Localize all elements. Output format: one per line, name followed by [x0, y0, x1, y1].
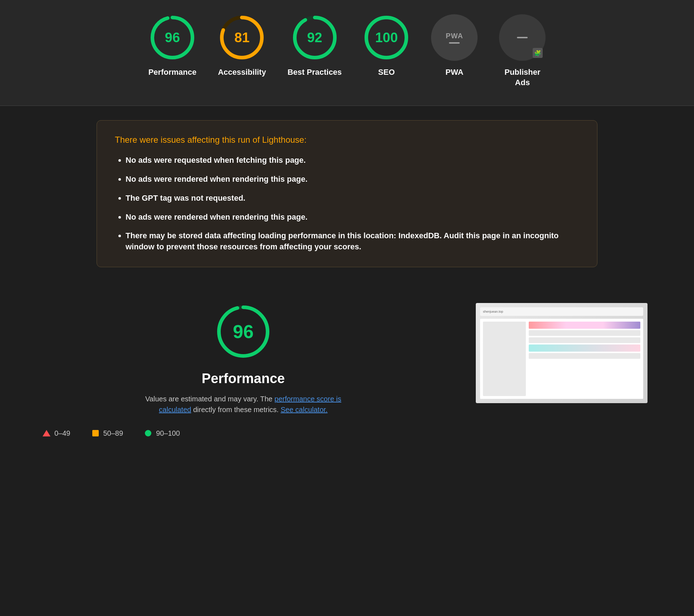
publisher-dash-icon	[517, 37, 528, 38]
performance-screenshot: shenjuean.top	[472, 303, 651, 403]
screenshot-left-col	[483, 322, 526, 396]
screenshot-block-1	[529, 322, 640, 329]
score-label-pwa: PWA	[445, 67, 463, 78]
issues-title: There were issues affecting this run of …	[115, 135, 579, 145]
screenshot-header: shenjuean.top	[480, 307, 643, 316]
score-circle-accessibility: 81	[219, 14, 265, 61]
issue-item-2: No ads were rendered when rendering this…	[126, 174, 579, 185]
legend-circle-icon	[145, 430, 152, 437]
score-item-accessibility[interactable]: 81 Accessibility	[218, 14, 266, 78]
puzzle-icon: 🧩	[533, 48, 543, 58]
perf-score-value: 96	[233, 321, 254, 342]
score-value-accessibility: 81	[234, 30, 249, 45]
legend-triangle-icon	[43, 430, 50, 437]
screenshot-inner: shenjuean.top	[476, 303, 647, 403]
legend-low-range: 0–49	[54, 429, 70, 437]
score-value-best-practices: 92	[307, 30, 322, 45]
legend-square-icon	[92, 430, 99, 437]
issue-item-1: No ads were requested when fetching this…	[126, 155, 579, 166]
perf-desc-mid: directly from these metrics.	[193, 406, 279, 414]
pwa-dash-icon	[449, 42, 460, 44]
pwa-circle: PWA	[431, 14, 478, 61]
score-label-best-practices: Best Practices	[288, 67, 342, 78]
pwa-text-label: PWA	[446, 32, 463, 40]
issues-box: There were issues affecting this run of …	[97, 120, 597, 267]
score-label-publisher-ads: PublisherAds	[504, 67, 540, 88]
score-item-seo[interactable]: 100 SEO	[363, 14, 410, 78]
issue-item-4: No ads were rendered when rendering this…	[126, 212, 579, 223]
legend-item-high: 90–100	[145, 429, 180, 437]
perf-desc-start: Values are estimated and may vary. The	[145, 395, 273, 403]
screenshot-block-5	[529, 353, 640, 359]
perf-score-circle: 96	[215, 303, 272, 360]
score-label-performance: Performance	[148, 67, 197, 78]
legend-section: 0–49 50–89 90–100	[0, 429, 694, 452]
see-calculator-link[interactable]: See calculator.	[280, 406, 327, 414]
screenshot-right-col	[529, 322, 640, 396]
screenshot-url: shenjuean.top	[483, 310, 503, 313]
legend-item-low: 0–49	[43, 429, 70, 437]
score-item-best-practices[interactable]: 92 Best Practices	[288, 14, 342, 78]
screenshot-block-3	[529, 337, 640, 343]
issue-item-3: The GPT tag was not requested.	[126, 193, 579, 204]
issues-section: There were issues affecting this run of …	[0, 106, 694, 282]
legend-high-range: 90–100	[156, 429, 180, 437]
issues-list: No ads were requested when fetching this…	[115, 155, 579, 253]
screenshot-body	[480, 319, 643, 399]
score-circle-performance: 96	[149, 14, 196, 61]
performance-detail-left: 96 Performance Values are estimated and …	[43, 303, 444, 415]
performance-detail-section: 96 Performance Values are estimated and …	[0, 282, 694, 429]
performance-detail-title: Performance	[202, 371, 285, 386]
legend-item-mid: 50–89	[92, 429, 123, 437]
screenshot-block-4	[529, 344, 640, 352]
screenshot-block-2	[529, 330, 640, 336]
score-label-accessibility: Accessibility	[218, 67, 266, 78]
score-item-publisher-ads[interactable]: 🧩 PublisherAds	[499, 14, 546, 88]
score-circle-best-practices: 92	[292, 14, 338, 61]
issue-item-5: There may be stored data affecting loadi…	[126, 230, 579, 253]
score-item-performance[interactable]: 96 Performance	[148, 14, 197, 78]
score-item-pwa[interactable]: PWA PWA	[431, 14, 478, 78]
performance-description: Values are estimated and may vary. The p…	[145, 393, 342, 415]
publisher-ads-circle: 🧩	[499, 14, 546, 61]
score-label-seo: SEO	[378, 67, 395, 78]
score-value-performance: 96	[165, 30, 180, 45]
score-circle-seo: 100	[363, 14, 410, 61]
screenshot-preview-box: shenjuean.top	[476, 303, 647, 403]
scores-header: 96 Performance 81 Accessibility 92 Best …	[0, 0, 694, 106]
legend-mid-range: 50–89	[103, 429, 123, 437]
score-value-seo: 100	[375, 30, 398, 45]
